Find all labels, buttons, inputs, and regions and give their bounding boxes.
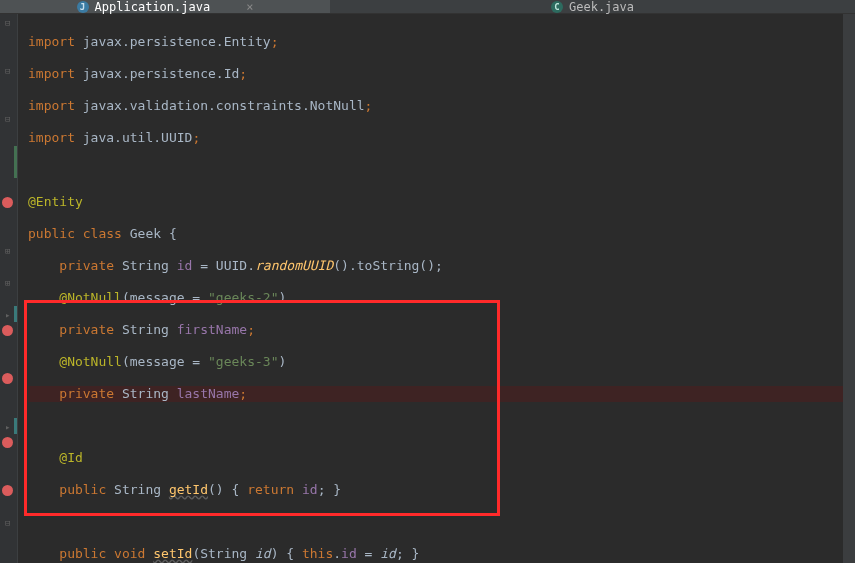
- code-line[interactable]: import javax.persistence.Id;: [28, 66, 855, 82]
- code-line[interactable]: import java.util.UUID;: [28, 130, 855, 146]
- breakpoint-icon[interactable]: [2, 373, 13, 384]
- fold-icon[interactable]: ⊞: [5, 278, 15, 288]
- breakpoint-icon[interactable]: [2, 197, 13, 208]
- fold-icon[interactable]: ▸: [5, 310, 15, 320]
- change-marker: [14, 146, 17, 178]
- code-line[interactable]: public void setId(String id) { this.id =…: [28, 546, 855, 562]
- code-line[interactable]: private String id = UUID.randomUUID().to…: [28, 258, 855, 274]
- tab-application[interactable]: J Application.java ×: [0, 0, 330, 13]
- java-file-icon: J: [77, 1, 89, 13]
- class-file-icon: C: [551, 1, 563, 13]
- code-line[interactable]: private String lastName;: [28, 386, 855, 402]
- code-line[interactable]: @Id: [28, 450, 855, 466]
- editor: ⊟ ⊟ ⊟ ⊞ ⊞ ▸ ▸ ⊟ import javax.persistence…: [0, 14, 855, 563]
- breakpoint-icon[interactable]: [2, 437, 13, 448]
- code-line[interactable]: [28, 162, 855, 178]
- code-line[interactable]: @NotNull(message = "geeks-3"): [28, 354, 855, 370]
- code-line[interactable]: [28, 514, 855, 530]
- fold-icon[interactable]: ⊟: [5, 518, 15, 528]
- gutter[interactable]: ⊟ ⊟ ⊟ ⊞ ⊞ ▸ ▸ ⊟: [0, 14, 18, 563]
- code-line[interactable]: private String firstName;: [28, 322, 855, 338]
- tab-geek[interactable]: C Geek.java: [330, 0, 855, 13]
- code-line[interactable]: public class Geek {: [28, 226, 855, 242]
- close-icon[interactable]: ×: [246, 0, 253, 14]
- breakpoint-icon[interactable]: [2, 485, 13, 496]
- code-line[interactable]: [28, 418, 855, 434]
- code-line[interactable]: @NotNull(message = "geeks-2"): [28, 290, 855, 306]
- tab-label: Geek.java: [569, 0, 634, 14]
- code-line[interactable]: import javax.persistence.Entity;: [28, 34, 855, 50]
- code-line[interactable]: @Entity: [28, 194, 855, 210]
- code-line[interactable]: import javax.validation.constraints.NotN…: [28, 98, 855, 114]
- breakpoint-icon[interactable]: [2, 325, 13, 336]
- fold-icon[interactable]: ⊟: [5, 18, 15, 28]
- code-area[interactable]: import javax.persistence.Entity; import …: [18, 14, 855, 563]
- code-line[interactable]: public String getId() { return id; }: [28, 482, 855, 498]
- fold-icon[interactable]: ⊟: [5, 114, 15, 124]
- tab-label: Application.java: [95, 0, 211, 14]
- fold-icon[interactable]: ⊞: [5, 246, 15, 256]
- editor-tabs: J Application.java × C Geek.java: [0, 0, 855, 14]
- fold-icon[interactable]: ▸: [5, 422, 15, 432]
- vertical-scrollbar[interactable]: [843, 14, 855, 563]
- fold-icon[interactable]: ⊟: [5, 66, 15, 76]
